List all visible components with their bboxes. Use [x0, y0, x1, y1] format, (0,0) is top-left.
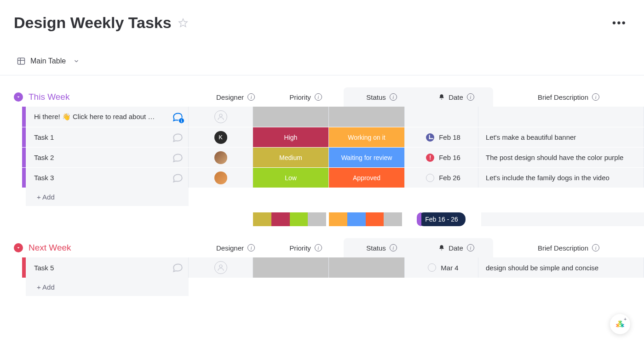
date-value: Feb 18 [439, 133, 460, 141]
column-header-designer[interactable]: Designeri [203, 87, 268, 107]
column-header-priority[interactable]: Priorityi [268, 238, 344, 257]
column-header-description[interactable]: Brief Descriptioni [493, 238, 644, 257]
info-icon[interactable]: i [390, 244, 397, 251]
priority-cell[interactable]: High [253, 127, 329, 147]
table-row[interactable]: Hi there! 👋 Click here to read about … 1 [14, 107, 644, 127]
priority-summary-segment [253, 212, 271, 226]
task-name: Task 3 [34, 174, 168, 182]
task-name-cell[interactable]: Task 5 [26, 257, 189, 278]
priority-cell[interactable]: Medium [253, 148, 329, 167]
date-cell[interactable]: Mar 4 [405, 257, 478, 278]
table-row[interactable]: Task 1 K High Working on it Feb 18 Let's… [14, 127, 644, 147]
task-name-cell[interactable]: Hi there! 👋 Click here to read about … 1 [26, 107, 189, 127]
chat-bubble-icon[interactable] [172, 131, 184, 143]
more-menu-icon[interactable]: ••• [609, 15, 630, 31]
row-stripe [22, 148, 26, 167]
alert-icon: ! [426, 154, 434, 162]
info-icon[interactable]: i [315, 244, 322, 251]
table-row[interactable]: Task 3 Low Approved Feb 26 Let's include… [14, 167, 644, 188]
priority-summary[interactable] [253, 212, 329, 226]
date-cell[interactable]: Feb 18 [405, 127, 478, 147]
avatar[interactable] [214, 151, 227, 164]
view-tab-main-table[interactable]: Main Table [14, 55, 82, 68]
priority-cell[interactable] [253, 107, 329, 127]
chat-bubble-icon[interactable] [172, 152, 184, 164]
chat-bubble-icon[interactable] [172, 262, 184, 274]
date-cell[interactable]: !Feb 16 [405, 148, 478, 167]
description-cell[interactable]: The post design should have the color pu… [478, 148, 644, 167]
add-row[interactable]: + Add [14, 278, 644, 296]
priority-cell[interactable] [253, 257, 329, 278]
priority-summary-segment [271, 212, 290, 226]
info-icon[interactable]: i [247, 93, 255, 101]
designer-cell[interactable] [189, 257, 253, 278]
group-title[interactable]: Next Week [29, 243, 203, 253]
info-icon[interactable]: i [315, 93, 322, 101]
info-icon[interactable]: i [467, 93, 474, 101]
date-range: Feb 16 - 26 [425, 216, 458, 223]
date-value: Feb 16 [439, 154, 460, 161]
add-item-button[interactable]: + Add [26, 188, 189, 206]
column-header-priority[interactable]: Priorityi [268, 87, 344, 107]
svg-point-7 [219, 265, 222, 268]
chat-bubble-icon[interactable]: 1 [172, 111, 184, 123]
designer-cell[interactable]: K [189, 127, 253, 147]
description-cell[interactable]: Let's include the family dogs in the vid… [478, 168, 644, 188]
info-icon[interactable]: i [467, 244, 474, 251]
status-summary-segment [329, 212, 347, 226]
description-cell[interactable]: Let's make a beautiful banner [478, 127, 644, 147]
column-header-date[interactable]: Datei [420, 238, 493, 257]
status-cell[interactable]: Approved [329, 168, 405, 188]
chevron-down-icon[interactable] [73, 58, 80, 64]
group-title[interactable]: This Week [29, 92, 203, 102]
info-icon[interactable]: i [247, 244, 255, 251]
info-icon[interactable]: i [390, 93, 397, 101]
designer-cell[interactable] [189, 168, 253, 188]
info-icon[interactable]: i [592, 244, 599, 251]
date-summary[interactable]: Feb 16 - 26 [405, 212, 478, 226]
column-header-status[interactable]: Statusi [344, 87, 420, 107]
circle-icon [428, 263, 436, 272]
favorite-star-icon[interactable] [178, 18, 188, 28]
group-collapse-toggle[interactable] [14, 92, 23, 102]
chat-bubble-icon[interactable] [172, 172, 184, 184]
designer-cell[interactable] [189, 148, 253, 167]
add-item-button[interactable]: + Add [26, 278, 189, 296]
date-cell[interactable] [405, 107, 478, 127]
svg-rect-1 [18, 58, 25, 64]
svg-marker-4 [17, 97, 20, 98]
column-header-designer[interactable]: Designeri [203, 238, 268, 257]
avatar[interactable]: K [214, 131, 227, 144]
status-cell[interactable] [329, 257, 405, 278]
status-cell[interactable]: Waiting for review [329, 148, 405, 167]
table-row[interactable]: Task 2 Medium Waiting for review !Feb 16… [14, 147, 644, 167]
task-name-cell[interactable]: Task 3 [26, 168, 189, 188]
designer-cell[interactable] [189, 107, 253, 127]
status-summary[interactable] [329, 212, 405, 226]
status-cell[interactable] [329, 107, 405, 127]
priority-cell[interactable]: Low [253, 168, 329, 188]
column-header-date[interactable]: Datei [420, 87, 493, 107]
description-cell[interactable]: design should be simple and concise [478, 257, 644, 278]
column-header-description[interactable]: Brief Descriptioni [493, 87, 644, 107]
status-cell[interactable]: Working on it [329, 127, 405, 147]
bell-icon [438, 244, 445, 251]
task-name-cell[interactable]: Task 2 [26, 148, 189, 167]
avatar-empty[interactable] [214, 261, 227, 274]
status-summary-segment [384, 212, 402, 226]
description-cell[interactable] [478, 107, 644, 127]
avatar-empty[interactable] [214, 110, 227, 123]
group-collapse-toggle[interactable] [14, 243, 23, 252]
info-icon[interactable]: i [592, 93, 599, 101]
add-row[interactable]: + Add [14, 188, 644, 206]
date-cell[interactable]: Feb 26 [405, 168, 478, 188]
table-row[interactable]: Task 5 Mar 4 design should be simple and… [14, 257, 644, 278]
column-header-status[interactable]: Statusi [344, 238, 420, 257]
group-nextWeek: Next Week Designeri Priorityi Statusi Da… [14, 238, 644, 296]
bell-icon [438, 93, 445, 101]
row-stripe [22, 107, 26, 127]
group-summary: Feb 16 - 26 [22, 212, 644, 226]
row-stripe [22, 168, 26, 188]
avatar[interactable] [214, 171, 227, 184]
task-name-cell[interactable]: Task 1 [26, 127, 189, 147]
